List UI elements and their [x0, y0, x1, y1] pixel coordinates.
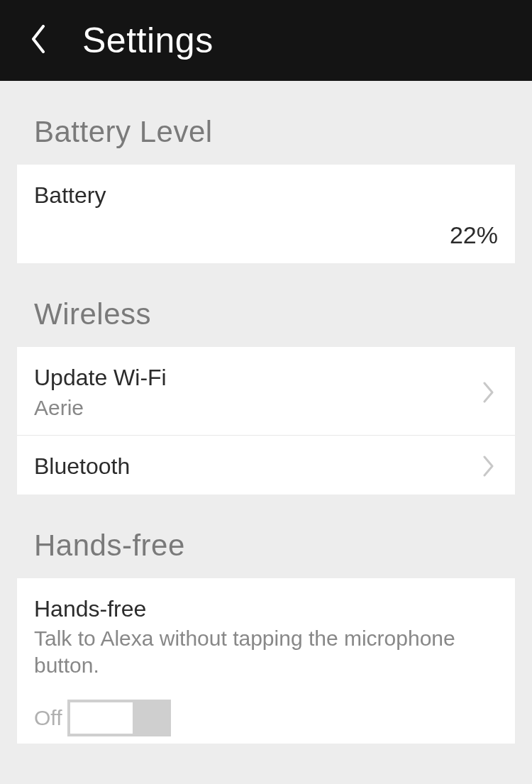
bluetooth-label: Bluetooth [34, 453, 471, 480]
handsfree-card: Hands-free Talk to Alexa without tapping… [17, 578, 515, 744]
section-heading-handsfree: Hands-free [0, 495, 532, 578]
toggle-knob [70, 702, 133, 734]
battery-row: Battery 22% [17, 165, 515, 263]
handsfree-toggle-row: Off [34, 700, 498, 736]
page-title: Settings [82, 20, 214, 61]
handsfree-title: Hands-free [34, 595, 498, 622]
bluetooth-text: Bluetooth [34, 453, 471, 480]
wifi-text: Update Wi-Fi Aerie [34, 364, 471, 421]
wifi-label: Update Wi-Fi [34, 364, 471, 391]
battery-value: 22% [34, 221, 498, 249]
handsfree-toggle-label: Off [34, 706, 62, 730]
battery-card: Battery 22% [17, 165, 515, 263]
wifi-row[interactable]: Update Wi-Fi Aerie [17, 347, 515, 435]
battery-label: Battery [34, 182, 498, 209]
handsfree-row: Hands-free Talk to Alexa without tapping… [17, 578, 515, 744]
chevron-right-icon [482, 456, 495, 477]
app-header: Settings [0, 0, 532, 81]
wifi-value: Aerie [34, 394, 471, 421]
chevron-left-icon [31, 25, 46, 56]
handsfree-toggle[interactable] [67, 700, 171, 736]
wireless-card: Update Wi-Fi Aerie Bluetooth [17, 347, 515, 494]
bluetooth-row[interactable]: Bluetooth [17, 435, 515, 494]
section-heading-battery: Battery Level [0, 81, 532, 165]
handsfree-desc: Talk to Alexa without tapping the microp… [34, 625, 498, 678]
back-button[interactable] [23, 25, 54, 56]
chevron-right-icon [482, 382, 495, 403]
section-heading-wireless: Wireless [0, 263, 532, 347]
